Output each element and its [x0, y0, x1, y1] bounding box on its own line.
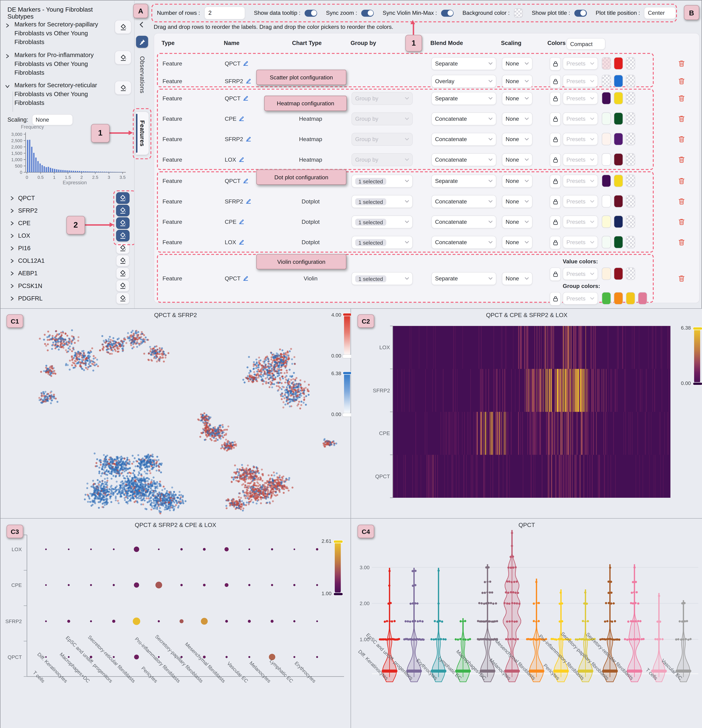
group-by-select[interactable]: 1 selected — [351, 195, 413, 208]
feature-color-bucket-button[interactable] — [116, 230, 130, 241]
color-swatch-group-2[interactable] — [626, 292, 635, 305]
scaling-select[interactable]: None — [502, 92, 533, 105]
presets-select[interactable]: Presets — [563, 267, 598, 280]
color-swatch-0[interactable] — [602, 153, 611, 166]
edit-pencil-icon[interactable] — [239, 218, 244, 225]
scaling-select[interactable]: None — [502, 236, 533, 249]
color-swatch-2[interactable] — [626, 175, 635, 187]
color-swatch-0[interactable] — [602, 57, 611, 69]
blend-mode-select[interactable]: Separate — [431, 92, 496, 105]
scaling-select[interactable]: None — [502, 57, 533, 70]
feature-row[interactable]: AEBP1 — [3, 267, 132, 279]
lock-button[interactable] — [550, 292, 561, 305]
color-bucket-button[interactable] — [115, 81, 131, 95]
feature-row[interactable]: COL12A1 — [3, 254, 132, 267]
title-pos-select[interactable]: Center — [644, 7, 676, 19]
tree-item[interactable]: Markers for Pro-inflammatory Fibroblasts… — [3, 51, 131, 77]
color-swatch-2[interactable] — [626, 113, 635, 125]
blend-mode-select[interactable]: Concatenate — [431, 236, 496, 249]
background-color-swatch[interactable] — [514, 8, 523, 18]
feature-color-bucket-button[interactable] — [116, 280, 130, 292]
color-swatch-1[interactable] — [614, 57, 623, 69]
pin-button[interactable] — [136, 36, 148, 48]
feature-row[interactable]: PDGFRL — [3, 292, 132, 305]
color-swatch-1[interactable] — [614, 113, 623, 125]
color-swatch-group-3[interactable] — [638, 292, 647, 305]
color-swatch-1[interactable] — [614, 92, 623, 104]
color-swatch-0[interactable] — [602, 75, 611, 87]
lock-button[interactable] — [550, 267, 561, 281]
tooltip-toggle[interactable] — [305, 10, 317, 16]
feature-color-bucket-button[interactable] — [116, 292, 130, 304]
tree-item[interactable]: Markers for Secretory-papillary Fibrobla… — [3, 20, 131, 46]
tab-features[interactable]: Features — [136, 111, 149, 155]
feature-row[interactable]: QPCT — [3, 192, 132, 204]
lock-button[interactable] — [550, 57, 561, 71]
show-title-toggle[interactable] — [574, 10, 587, 16]
edit-pencil-icon[interactable] — [246, 78, 251, 85]
chevron-right-icon[interactable] — [10, 244, 14, 252]
scaling-select[interactable]: None — [502, 133, 533, 146]
color-swatch-0[interactable] — [602, 195, 611, 208]
edit-pencil-icon[interactable] — [243, 95, 248, 102]
color-swatch-1[interactable] — [614, 153, 623, 166]
group-by-select[interactable]: 1 selected — [351, 215, 413, 228]
chevron-right-icon[interactable] — [3, 20, 14, 46]
delete-row-button[interactable] — [676, 75, 687, 87]
color-swatch-value-1[interactable] — [614, 267, 623, 280]
blend-mode-select[interactable]: Concatenate — [431, 153, 496, 166]
scaling-select[interactable]: None — [502, 75, 533, 88]
scaling-select[interactable]: None — [502, 113, 533, 126]
lock-button[interactable] — [550, 175, 561, 188]
color-swatch-1[interactable] — [614, 175, 623, 187]
delete-row-button[interactable] — [676, 153, 687, 166]
presets-select[interactable]: Presets — [563, 215, 598, 228]
color-swatch-group-1[interactable] — [614, 292, 623, 305]
scaling-select[interactable]: None — [502, 153, 533, 166]
chevron-right-icon[interactable] — [10, 194, 14, 202]
color-swatch-1[interactable] — [614, 133, 623, 145]
delete-row-button[interactable] — [676, 195, 687, 208]
feature-color-bucket-button[interactable] — [116, 255, 130, 267]
presets-select[interactable]: Presets — [563, 92, 598, 104]
color-swatch-2[interactable] — [626, 92, 635, 104]
tab-observations[interactable]: Observations — [139, 56, 146, 94]
presets-select[interactable]: Presets — [563, 153, 598, 166]
feature-row[interactable]: SFRP2 — [3, 204, 132, 217]
blend-mode-select[interactable]: Concatenate — [431, 133, 496, 146]
scaling-select[interactable]: None — [502, 175, 533, 188]
lock-button[interactable] — [550, 133, 561, 146]
chevron-right-icon[interactable] — [10, 231, 14, 240]
scaling-select[interactable]: None — [502, 195, 533, 208]
delete-row-button[interactable] — [676, 175, 687, 187]
presets-select[interactable]: Presets — [563, 236, 598, 248]
presets-select[interactable]: Presets — [563, 175, 598, 187]
lock-button[interactable] — [550, 92, 561, 105]
chevron-right-icon[interactable] — [3, 51, 14, 77]
chevron-right-icon[interactable] — [10, 257, 14, 265]
collapse-icon[interactable] — [138, 21, 145, 28]
rows-input[interactable]: 2 — [204, 6, 245, 19]
lock-button[interactable] — [550, 215, 561, 229]
color-swatch-2[interactable] — [626, 236, 635, 248]
blend-mode-select[interactable]: Concatenate — [431, 113, 496, 126]
color-swatch-2[interactable] — [626, 215, 635, 228]
presets-select[interactable]: Presets — [563, 292, 598, 305]
color-swatch-2[interactable] — [626, 195, 635, 208]
umap-scatter-plot[interactable] — [0, 319, 343, 518]
group-by-select[interactable]: 1 selected — [351, 236, 413, 249]
blend-mode-select[interactable]: Separate — [431, 175, 496, 188]
presets-select[interactable]: Presets — [563, 195, 598, 208]
edit-pencil-icon[interactable] — [246, 136, 251, 143]
color-swatch-0[interactable] — [602, 92, 611, 104]
sync-violin-toggle[interactable] — [441, 10, 454, 16]
feature-row[interactable]: PCSK1N — [3, 279, 132, 292]
color-swatch-0[interactable] — [602, 113, 611, 125]
color-swatch-group-0[interactable] — [602, 292, 611, 305]
feature-color-bucket-button[interactable] — [116, 192, 130, 204]
presets-select[interactable]: Presets — [563, 133, 598, 145]
chevron-right-icon[interactable] — [10, 282, 14, 290]
feature-color-bucket-button[interactable] — [116, 205, 130, 217]
delete-row-button[interactable] — [676, 133, 687, 145]
lock-button[interactable] — [550, 153, 561, 167]
